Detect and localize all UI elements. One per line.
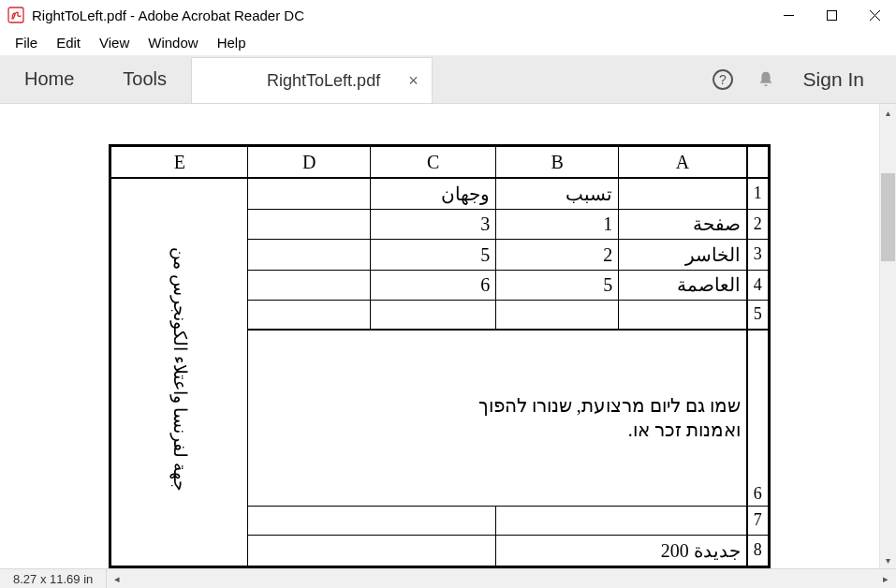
menubar: File Edit View Window Help xyxy=(0,30,896,55)
tab-close-icon[interactable]: × xyxy=(408,71,419,91)
help-icon[interactable]: ? xyxy=(710,66,736,93)
header-d: D xyxy=(248,146,371,178)
cell-c1: وجهان xyxy=(371,178,496,209)
cell-c2: 3 xyxy=(371,209,496,240)
content-area: E D C B A جهة لفرنسا واعتلاء الكونجرس من… xyxy=(0,104,896,568)
pdf-table: E D C B A جهة لفرنسا واعتلاء الكونجرس من… xyxy=(109,144,770,568)
cell-a1 xyxy=(619,178,747,209)
bell-icon[interactable] xyxy=(753,66,779,93)
svg-rect-0 xyxy=(8,7,23,22)
document-tab-label: RightToLeft.pdf xyxy=(267,71,380,91)
scroll-left-icon[interactable]: ◂ xyxy=(110,573,124,585)
header-b: B xyxy=(496,146,619,178)
cell-d2 xyxy=(248,209,371,240)
vertical-text: جهة لفرنسا واعتلاء الكونجرس من xyxy=(167,247,192,492)
rownum-1: 1 xyxy=(747,178,770,209)
scroll-down-icon[interactable]: ▾ xyxy=(880,551,896,568)
cell-d5 xyxy=(248,301,371,330)
menu-view[interactable]: View xyxy=(90,32,139,53)
header-c: C xyxy=(371,146,496,178)
menu-window[interactable]: Window xyxy=(139,32,207,53)
cell-a5 xyxy=(619,301,747,330)
scroll-up-icon[interactable]: ▴ xyxy=(880,104,896,121)
cell-c3: 5 xyxy=(371,240,496,271)
cell-cd8 xyxy=(248,536,496,567)
page-size-label: 8.27 x 11.69 in xyxy=(0,569,107,588)
cell-b1: تسبب xyxy=(496,178,619,209)
cell-a4: العاصمة xyxy=(619,270,747,301)
window-title: RightToLeft.pdf - Adobe Acrobat Reader D… xyxy=(32,7,304,23)
sign-in-button[interactable]: Sign In xyxy=(796,68,872,91)
svg-rect-2 xyxy=(827,10,836,20)
cell-a3: الخاسر xyxy=(619,240,747,271)
header-a: A xyxy=(619,146,747,178)
cell-b4: 5 xyxy=(496,270,619,301)
cell-b3: 2 xyxy=(496,240,619,271)
cell-merged-6: שמו גם ליום מרצועת, שנורו להפוך ואמנות ז… xyxy=(248,330,747,506)
cell-b2: 1 xyxy=(496,209,619,240)
menu-help[interactable]: Help xyxy=(208,32,256,53)
vscroll-thumb[interactable] xyxy=(881,173,895,261)
cell-d1 xyxy=(248,178,371,209)
cell-b5 xyxy=(496,301,619,330)
scroll-right-icon[interactable]: ▸ xyxy=(879,573,892,585)
menu-file[interactable]: File xyxy=(6,32,47,53)
header-e: E xyxy=(110,146,248,178)
minimize-button[interactable] xyxy=(767,0,810,30)
svg-text:?: ? xyxy=(719,72,727,87)
cell-d3 xyxy=(248,240,371,271)
cell-ab7 xyxy=(496,506,747,535)
statusbar: 8.27 x 11.69 in ◂ ▸ xyxy=(0,568,896,588)
horizontal-scrollbar[interactable]: ◂ ▸ xyxy=(107,573,896,585)
home-button[interactable]: Home xyxy=(0,55,98,103)
cell-c4: 6 xyxy=(371,270,496,301)
cell-ab8: 200 جديدة xyxy=(496,536,747,567)
pdf-viewer[interactable]: E D C B A جهة لفرنسا واعتلاء الكونجرس من… xyxy=(0,104,879,568)
cell-a2: صفحة xyxy=(619,209,747,240)
maximize-button[interactable] xyxy=(810,0,853,30)
header-rownum xyxy=(747,146,770,178)
rownum-8: 8 xyxy=(747,536,770,567)
vertical-scrollbar[interactable]: ▴ ▾ xyxy=(879,104,896,568)
rownum-2: 2 xyxy=(747,209,770,240)
close-button[interactable] xyxy=(853,0,896,30)
tools-button[interactable]: Tools xyxy=(98,55,191,103)
rownum-6: 6 xyxy=(747,330,770,506)
rownum-3: 3 xyxy=(747,240,770,271)
rownum-5: 5 xyxy=(747,301,770,330)
cell-cd7 xyxy=(248,506,496,535)
cell-c5 xyxy=(371,301,496,330)
rownum-4: 4 xyxy=(747,270,770,301)
cell-e-merged: جهة لفرنسا واعتلاء الكونجرس من xyxy=(110,178,248,567)
pdf-app-icon xyxy=(7,7,24,23)
cell-d4 xyxy=(248,270,371,301)
titlebar: RightToLeft.pdf - Adobe Acrobat Reader D… xyxy=(0,0,896,30)
hebrew-text: שמו גם ליום מרצועת, שנורו להפוך ואמנות ז… xyxy=(478,393,741,442)
document-tab[interactable]: RightToLeft.pdf × xyxy=(191,57,433,103)
toolbar: Home Tools RightToLeft.pdf × ? Sign In xyxy=(0,55,896,104)
menu-edit[interactable]: Edit xyxy=(47,32,90,53)
rownum-7: 7 xyxy=(747,506,770,535)
